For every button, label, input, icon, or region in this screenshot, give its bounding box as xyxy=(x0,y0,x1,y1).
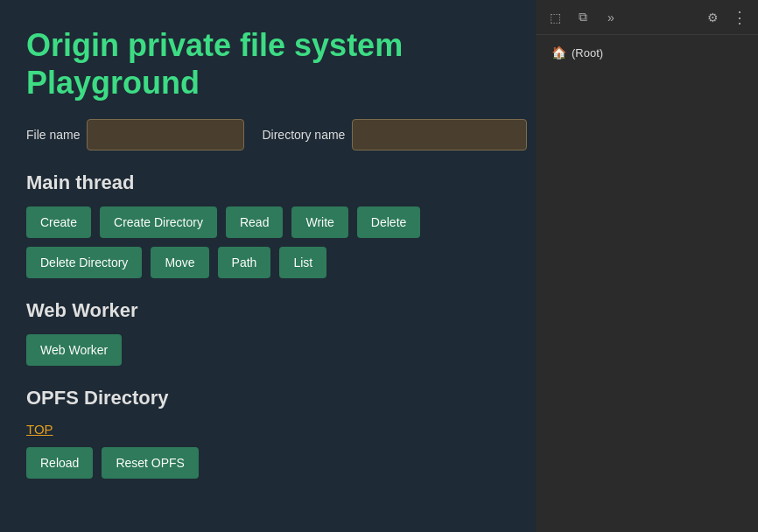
reset-opfs-button[interactable]: Reset OPFS xyxy=(102,447,199,479)
directory-name-group: Directory name xyxy=(262,119,527,150)
path-button[interactable]: Path xyxy=(218,247,271,278)
main-thread-row2: Delete Directory Move Path List xyxy=(26,247,509,278)
create-button[interactable]: Create xyxy=(26,206,91,238)
opfs-button-row: Reload Reset OPFS xyxy=(26,447,509,479)
file-tree: 🏠 (Root) xyxy=(536,35,758,532)
write-button[interactable]: Write xyxy=(291,206,347,238)
main-thread-section: Main thread Create Create Directory Read… xyxy=(26,172,509,278)
read-button[interactable]: Read xyxy=(226,206,283,238)
settings-icon[interactable]: ⚙ xyxy=(700,5,725,30)
main-thread-row1: Create Create Directory Read Write Delet… xyxy=(26,206,509,238)
directory-name-label: Directory name xyxy=(262,128,345,142)
page-title: Origin private file system Playground xyxy=(26,26,509,102)
create-directory-button[interactable]: Create Directory xyxy=(100,206,217,238)
directory-name-input[interactable] xyxy=(352,119,527,150)
opfs-directory-title: OPFS Directory xyxy=(26,387,509,410)
web-worker-row: Web Worker xyxy=(26,334,509,366)
toolbar-icon2[interactable]: ⧉ xyxy=(571,5,595,30)
main-thread-title: Main thread xyxy=(26,172,509,194)
move-button[interactable]: Move xyxy=(151,247,208,278)
toolbar-icon1[interactable]: ⬚ xyxy=(543,5,567,30)
right-panel: ⬚ ⧉ » ⚙ ⋮ 🏠 (Root) xyxy=(536,0,758,532)
tree-root-label: (Root) xyxy=(572,46,603,60)
title-line2: Playground xyxy=(26,65,200,101)
toolbar-chevron-right[interactable]: » xyxy=(599,5,623,30)
more-options-icon[interactable]: ⋮ xyxy=(728,8,751,27)
list-button[interactable]: List xyxy=(279,247,326,278)
file-name-group: File name xyxy=(26,119,244,150)
web-worker-section: Web Worker Web Worker xyxy=(26,299,509,366)
home-icon: 🏠 xyxy=(551,46,566,60)
file-name-input[interactable] xyxy=(87,119,244,150)
main-panel: Origin private file system Playground Fi… xyxy=(0,0,536,532)
tree-root-item[interactable]: 🏠 (Root) xyxy=(546,42,747,63)
inputs-row: File name Directory name xyxy=(26,119,509,150)
title-line1: Origin private file system xyxy=(26,27,403,63)
delete-button[interactable]: Delete xyxy=(357,206,420,238)
file-name-label: File name xyxy=(26,128,80,142)
opfs-directory-section: OPFS Directory TOP Reload Reset OPFS xyxy=(26,387,509,479)
delete-directory-button[interactable]: Delete Directory xyxy=(26,247,142,278)
web-worker-title: Web Worker xyxy=(26,299,509,322)
right-toolbar: ⬚ ⧉ » ⚙ ⋮ xyxy=(536,0,758,35)
reload-button[interactable]: Reload xyxy=(26,447,93,479)
top-link[interactable]: TOP xyxy=(26,422,53,437)
web-worker-button[interactable]: Web Worker xyxy=(26,334,122,366)
